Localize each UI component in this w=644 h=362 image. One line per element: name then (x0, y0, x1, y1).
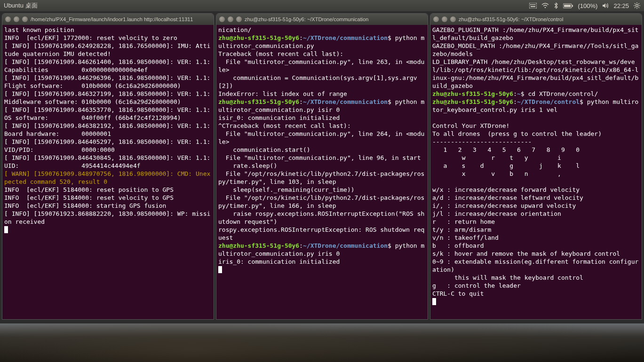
terminal-line: [ INFO] [1590761909.846405297, 1816.9850… (4, 138, 214, 153)
terminal-3-title: zhu@zhu-sf315-51g-50y6: ~/XTDrone/contro… (459, 16, 563, 22)
prompt-cmd: cd XTDrone/control/ (528, 90, 598, 97)
terminal-output: Traceback (most recent call last): File … (218, 50, 424, 97)
minimize-icon[interactable] (228, 16, 233, 22)
prompt-path: ~/XTDrone/communication (303, 242, 388, 249)
maximize-icon[interactable] (236, 16, 242, 22)
svg-rect-8 (564, 5, 571, 7)
keyboard-icon[interactable] (529, 3, 537, 8)
svg-rect-9 (572, 5, 573, 7)
maximize-icon[interactable] (450, 16, 456, 22)
terminal-line: last known position (4, 26, 74, 33)
terminal-output: isir_0: communication initialized ^CTrac… (218, 114, 424, 241)
battery-percent: (100%) (578, 2, 598, 9)
prompt-path: ~/XTDrone/communication (303, 34, 388, 41)
battery-icon[interactable] (563, 3, 573, 8)
minimize-icon[interactable] (442, 16, 447, 22)
terminal-3-titlebar[interactable]: zhu@zhu-sf315-51g-50y6: ~/XTDrone/contro… (430, 14, 642, 25)
terminal-output: iris_0: communication initialized (218, 258, 340, 265)
terminal-line: [ INFO] [1590761909.624928228, 1816.7650… (4, 42, 210, 57)
system-tray[interactable]: (100%) 22:25 (529, 2, 640, 9)
prompt-path: ~ (517, 90, 521, 97)
prompt-user: zhu@zhu-sf315-51g-50y6 (218, 242, 299, 249)
terminal-1-titlebar[interactable]: /home/zhu/PX4_Firmware/launch/indoor1.la… (2, 14, 214, 25)
svg-line-17 (638, 3, 639, 4)
cursor (218, 266, 222, 273)
terminal-3-body[interactable]: GAZEBO_PLUGIN_PATH :/home/zhu/PX4_Firmwa… (430, 25, 642, 319)
terminal-2[interactable]: zhu@zhu-sf315-51g-50y6: ~/XTDrone/commun… (216, 13, 428, 320)
terminal-line: INFO [ecl/EKF] 1772000: reset velocity t… (4, 34, 177, 41)
terminal-line: [ INFO] [1590761909.846353770, 1816.9850… (4, 106, 214, 121)
terminal-line: INFO [ecl/EKF] 5184000: reset velocity t… (4, 194, 174, 201)
minimize-icon[interactable] (14, 16, 19, 22)
svg-line-18 (635, 7, 636, 8)
svg-point-10 (636, 5, 638, 7)
terminal-2-title: zhu@zhu-sf315-51g-50y6: ~/XTDrone/commun… (245, 16, 368, 22)
svg-rect-4 (534, 4, 535, 5)
maximize-icon[interactable] (22, 16, 28, 22)
prompt-user: zhu@zhu-sf315-51g-50y6 (432, 90, 513, 97)
terminal-output: GAZEBO_PLUGIN_PATH :/home/zhu/PX4_Firmwa… (432, 26, 638, 89)
wifi-icon[interactable] (541, 3, 549, 8)
prompt-path: ~/XTDrone/control (517, 98, 580, 105)
prompt-user: zhu@zhu-sf315-51g-50y6 (432, 98, 513, 105)
terminal-line: [ WARN] [1590761909.848970756, 1816.9890… (4, 170, 210, 185)
svg-rect-2 (532, 4, 533, 5)
prompt-user: zhu@zhu-sf315-51g-50y6 (218, 34, 299, 41)
clock: 22:25 (613, 2, 629, 9)
desktop-wallpaper (0, 323, 644, 362)
close-icon[interactable] (219, 16, 225, 22)
svg-rect-5 (531, 6, 535, 7)
terminal-line: INFO [ecl/EKF] 5184000: starting GPS fus… (4, 202, 166, 209)
terminal-1-title: /home/zhu/PX4_Firmware/launch/indoor1.la… (31, 16, 193, 22)
cursor (4, 226, 8, 233)
prompt-path: ~/XTDrone/communication (303, 98, 388, 105)
system-menubar: Ubuntu 桌面 (100%) 22:25 (0, 0, 644, 11)
terminal-output: Control Your XTDrone! To all drones (pre… (432, 122, 638, 297)
terminal-3[interactable]: zhu@zhu-sf315-51g-50y6: ~/XTDrone/contro… (430, 13, 642, 320)
terminal-output: nication/ (218, 26, 251, 33)
bluetooth-icon[interactable] (554, 2, 558, 9)
terminal-2-body[interactable]: nication/ zhu@zhu-sf315-51g-50y6:~/XTDro… (216, 25, 428, 319)
terminal-line: [ INFO] [1590761909.846430845, 1816.9850… (4, 154, 214, 169)
terminal-line: [ INFO] [1590761909.846382192, 1816.9850… (4, 122, 214, 137)
terminal-1-body[interactable]: last known position INFO [ecl/EKF] 17720… (2, 25, 214, 319)
svg-rect-1 (530, 4, 531, 5)
svg-point-6 (544, 7, 546, 8)
desktop-label: Ubuntu 桌面 (4, 1, 38, 10)
terminal-1[interactable]: /home/zhu/PX4_Firmware/launch/indoor1.la… (2, 13, 214, 320)
terminal-line: [ INFO] [1590761909.846296396, 1816.9850… (4, 74, 214, 89)
close-icon[interactable] (5, 16, 11, 22)
terminal-line: [ INFO] [1590761909.846261400, 1816.9850… (4, 58, 214, 73)
terminal-line: INFO [ecl/EKF] 5184000: reset position t… (4, 186, 174, 193)
terminal-line: [ INFO] [1590761923.868882220, 1830.9850… (4, 210, 210, 225)
svg-rect-3 (533, 4, 534, 5)
prompt-user: zhu@zhu-sf315-51g-50y6 (218, 98, 299, 105)
volume-icon[interactable] (602, 3, 609, 8)
terminal-2-titlebar[interactable]: zhu@zhu-sf315-51g-50y6: ~/XTDrone/commun… (216, 14, 428, 25)
close-icon[interactable] (433, 16, 439, 22)
svg-line-16 (638, 7, 639, 8)
terminal-row: /home/zhu/PX4_Firmware/launch/indoor1.la… (0, 11, 644, 322)
svg-line-15 (635, 3, 636, 4)
terminal-line: [ INFO] [1590761909.846327199, 1816.9850… (4, 90, 214, 105)
cursor (432, 298, 436, 305)
gear-icon[interactable] (634, 2, 640, 9)
svg-rect-0 (529, 3, 537, 8)
